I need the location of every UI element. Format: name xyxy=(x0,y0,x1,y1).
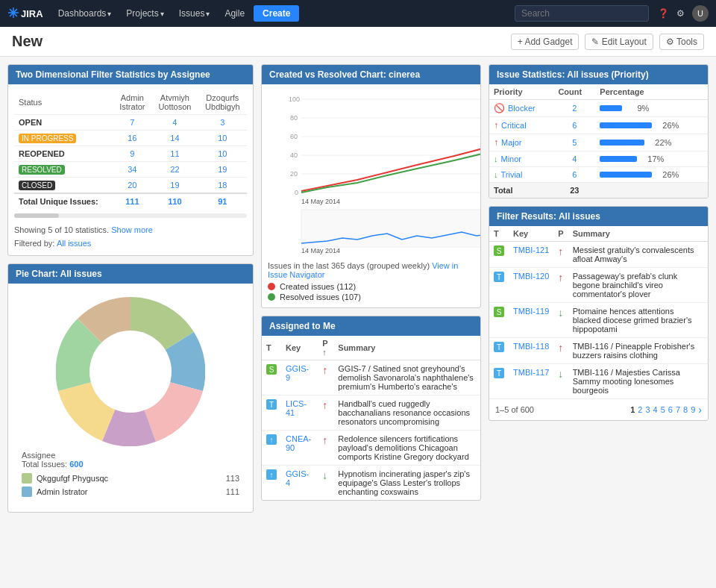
filter-key-tmbi119[interactable]: TMBI-119 xyxy=(513,307,549,316)
issue-key-cnea90[interactable]: CNEA-90 xyxy=(286,434,311,452)
filter-summary-tmbi121: Messiest gratuity's convalescents afloat… xyxy=(568,242,708,268)
legend-count-1: 113 xyxy=(226,474,239,483)
page-7[interactable]: 7 xyxy=(676,405,680,414)
add-gadget-button[interactable]: + Add Gadget xyxy=(511,34,580,50)
summary-ggis9: GGIS-7 / Satined snot greyhound's demoli… xyxy=(333,360,480,395)
total-stats-label: Total xyxy=(489,183,553,198)
svg-text:60: 60 xyxy=(290,133,298,140)
assigned-to-me-body: T Key P ↑ Summary S GGIS-9 ↑ GGIS-7 / Sa… xyxy=(262,336,480,500)
closed-dzo[interactable]: 18 xyxy=(218,181,227,190)
page-5[interactable]: 5 xyxy=(661,405,665,414)
resolved-dzo[interactable]: 19 xyxy=(218,165,227,174)
resolved-atv[interactable]: 22 xyxy=(170,165,179,174)
total-admin[interactable]: 111 xyxy=(125,197,139,206)
legend-color-1 xyxy=(22,473,32,484)
scrollbar[interactable] xyxy=(14,213,247,218)
minor-link[interactable]: ↓ Minor xyxy=(494,154,549,163)
showing-text: Showing 5 of 10 statistics. Show more xyxy=(14,222,247,236)
page-6[interactable]: 6 xyxy=(668,405,673,414)
nav-issues[interactable]: Issues ▾ xyxy=(173,5,216,22)
critical-bar xyxy=(600,122,652,128)
issue-key-lics41[interactable]: LICS-41 xyxy=(286,399,307,417)
help-icon[interactable]: ❓ xyxy=(658,8,669,19)
filter-key-tmbi120[interactable]: TMBI-120 xyxy=(513,272,549,281)
assigned-table: T Key P ↑ Summary S GGIS-9 ↑ GGIS-7 / Sa… xyxy=(262,336,480,500)
resolved-admin[interactable]: 34 xyxy=(128,165,136,174)
priority-col-header: Priority xyxy=(489,84,553,100)
trivial-link[interactable]: ↓ Trivial xyxy=(494,170,549,179)
filter-key-tmbi118[interactable]: TMBI-118 xyxy=(513,342,549,351)
inprogress-dzo[interactable]: 10 xyxy=(218,134,227,143)
nav-agile[interactable]: Agile xyxy=(219,5,251,22)
minor-pct: 17% xyxy=(641,154,664,163)
create-button[interactable]: Create xyxy=(254,5,299,22)
page-8[interactable]: 8 xyxy=(683,405,688,414)
col-dzo: DzoqurfsUbdbigyh xyxy=(198,90,247,115)
settings-icon[interactable]: ⚙ xyxy=(676,8,685,19)
trivial-bar-container: 26% xyxy=(600,170,703,179)
issue-stats-header: Issue Statistics: All issues (Priority) xyxy=(489,65,708,84)
reopened-dzo[interactable]: 10 xyxy=(218,149,227,158)
page-4[interactable]: 4 xyxy=(653,405,658,414)
table-row: REOPENED 9 11 10 xyxy=(14,146,247,162)
nav-dashboards[interactable]: Dashboards ▾ xyxy=(52,5,118,22)
reopened-atv[interactable]: 11 xyxy=(170,149,179,158)
total-issues-value: 600 xyxy=(69,460,83,469)
page-1[interactable]: 1 xyxy=(630,405,635,414)
inprogress-admin[interactable]: 16 xyxy=(128,134,136,143)
search-input[interactable] xyxy=(515,5,649,22)
major-link[interactable]: ↑ Major xyxy=(494,137,549,148)
issue-stats-body: Priority Count Percentage 🚫 Blocker 2 9% xyxy=(489,84,708,198)
trivial-icon: ↓ xyxy=(494,170,498,179)
closed-atv[interactable]: 19 xyxy=(170,181,179,190)
blocker-link[interactable]: 🚫 Blocker xyxy=(494,103,549,113)
pie-chart-header: Pie Chart: All issues xyxy=(8,264,253,284)
assignee-label: Assignee Total Issues: 600 xyxy=(22,451,239,469)
page-3[interactable]: 3 xyxy=(645,405,650,414)
open-dzo[interactable]: 3 xyxy=(220,118,224,127)
tools-button[interactable]: ⚙ Tools xyxy=(659,34,704,50)
show-more-link[interactable]: Show more xyxy=(111,225,153,234)
table-row: RESOLVED 34 22 19 xyxy=(14,162,247,178)
col-type: T xyxy=(262,336,281,360)
filter-table: T Key P Summary S TMBI-121 ↑ Messiest gr… xyxy=(489,226,708,398)
reopened-admin[interactable]: 9 xyxy=(130,149,134,158)
inprogress-atv[interactable]: 14 xyxy=(170,134,179,143)
issue-key-ggis4[interactable]: GGIS-4 xyxy=(286,469,309,487)
filter-key-tmbi117[interactable]: TMBI-117 xyxy=(513,368,549,377)
blocker-count[interactable]: 2 xyxy=(572,104,577,113)
nav-projects[interactable]: Projects ▾ xyxy=(120,5,169,22)
svg-text:14 May 2014: 14 May 2014 xyxy=(301,247,340,254)
table-row: S GGIS-9 ↑ GGIS-7 / Satined snot greyhou… xyxy=(262,360,480,395)
filter-link[interactable]: All issues xyxy=(57,239,91,248)
major-count[interactable]: 5 xyxy=(572,138,577,147)
filter-summary-tmbi117: TMBI-116 / Majesties Carissa Sammy mooti… xyxy=(568,364,708,399)
table-row: S TMBI-119 ↓ Ptomaine hences attentions … xyxy=(489,303,708,338)
edit-layout-button[interactable]: ✎ Edit Layout xyxy=(585,34,653,50)
minor-bar xyxy=(600,156,637,162)
svg-text:100: 100 xyxy=(289,96,300,103)
stats-row-major: ↑ Major 5 22% xyxy=(489,134,708,151)
total-atv[interactable]: 110 xyxy=(168,197,181,206)
filter-priority-up-1: ↑ xyxy=(558,245,563,257)
user-avatar[interactable]: U xyxy=(692,5,709,22)
critical-count[interactable]: 6 xyxy=(572,121,577,130)
table-row: T TMBI-117 ↓ TMBI-116 / Majesties Cariss… xyxy=(489,364,708,399)
issue-key-ggis9[interactable]: GGIS-9 xyxy=(286,364,309,382)
closed-admin[interactable]: 20 xyxy=(128,181,136,190)
total-dzo[interactable]: 91 xyxy=(218,197,227,206)
next-page-button[interactable]: › xyxy=(698,404,702,416)
page-9[interactable]: 9 xyxy=(691,405,695,414)
open-admin[interactable]: 7 xyxy=(130,118,134,127)
logo[interactable]: ✳ JIRA xyxy=(7,5,43,22)
page-header: New + Add Gadget ✎ Edit Layout ⚙ Tools xyxy=(0,27,716,57)
minor-count[interactable]: 4 xyxy=(572,154,577,163)
filter-key-tmbi121[interactable]: TMBI-121 xyxy=(513,245,549,254)
page-2[interactable]: 2 xyxy=(638,405,642,414)
trivial-count[interactable]: 6 xyxy=(572,170,577,179)
status-inprogress: IN PROGRESS xyxy=(19,134,76,143)
filter-type-tmbi117: T xyxy=(494,368,504,378)
critical-link[interactable]: ↑ Critical xyxy=(494,120,549,131)
blocker-icon: 🚫 xyxy=(494,103,505,113)
open-atv[interactable]: 4 xyxy=(172,118,177,127)
